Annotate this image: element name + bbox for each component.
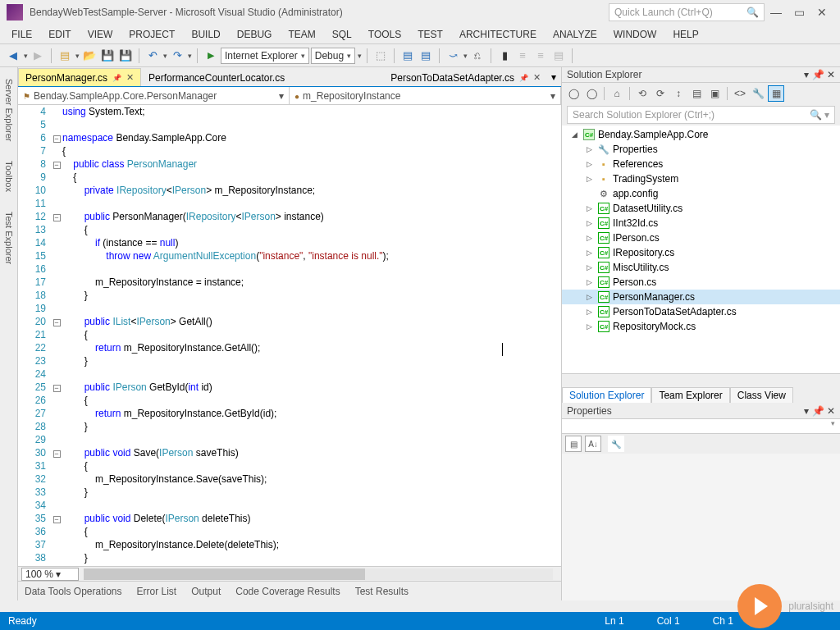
close-button[interactable]: ✕	[810, 6, 833, 19]
dropdown-icon[interactable]: ▾	[804, 405, 809, 417]
tool-tab-server-explorer[interactable]: Server Explorer	[2, 71, 16, 149]
right-tab-solution-explorer[interactable]: Solution Explorer	[562, 387, 651, 403]
menu-file[interactable]: FILE	[3, 27, 40, 42]
preview-icon[interactable]: ▣	[706, 85, 723, 102]
tree-node[interactable]: ▷C#PersonToDataSetAdapter.cs	[562, 304, 840, 319]
show-all-icon[interactable]: ▤	[688, 85, 705, 102]
save-button[interactable]: 💾	[99, 48, 116, 64]
pin-icon[interactable]: 📌	[112, 74, 121, 82]
tool-tab-test-explorer[interactable]: Test Explorer	[2, 203, 16, 272]
tree-node[interactable]: ▷C#RepositoryMock.cs	[562, 319, 840, 334]
pin-icon[interactable]: 📌	[519, 74, 528, 82]
menu-sql[interactable]: SQL	[324, 27, 360, 42]
fold-toggle[interactable]: −	[53, 516, 61, 523]
undo-button[interactable]: ↶	[144, 48, 161, 64]
tool-tab-toolbox[interactable]: Toolbox	[2, 153, 16, 200]
nav-back-button[interactable]: ◀	[5, 48, 21, 64]
output-tab-output[interactable]: Output	[191, 586, 221, 597]
fold-toggle[interactable]: −	[53, 135, 61, 143]
back-icon[interactable]: ◯	[565, 85, 582, 102]
view-code-icon[interactable]: ▦	[768, 85, 784, 102]
close-pane-icon[interactable]: ✕	[827, 69, 835, 80]
tree-node[interactable]: ▷🔧Properties	[562, 142, 840, 157]
scope-combo[interactable]: ⚑Benday.SampleApp.Core.PersonManager▾	[18, 87, 290, 104]
sync-icon[interactable]: ⟲	[634, 85, 651, 102]
tool-btn-2[interactable]: ▤	[399, 48, 416, 64]
menu-team[interactable]: TEAM	[280, 27, 323, 42]
right-tab-class-view[interactable]: Class View	[730, 387, 793, 403]
tabs-overflow-icon[interactable]: ▾	[551, 71, 556, 83]
redo-button[interactable]: ↷	[169, 48, 185, 64]
fold-toggle[interactable]: −	[53, 385, 61, 392]
tab-second[interactable]: PerformanceCounterLocator.cs	[141, 68, 292, 86]
fold-toggle[interactable]: −	[53, 450, 61, 458]
menu-build[interactable]: BUILD	[183, 27, 228, 42]
tree-node[interactable]: ▷C#IPerson.cs	[562, 231, 840, 245]
tree-node[interactable]: ◢C#Benday.SampleApp.Core	[562, 127, 840, 142]
tree-node[interactable]: ▷▪References	[562, 157, 840, 171]
close-tab-icon[interactable]: ✕	[126, 72, 134, 83]
prop-pages-button[interactable]: 🔧	[608, 436, 624, 452]
tree-node[interactable]: ▷C#DatasetUtility.cs	[562, 201, 840, 216]
output-tab-data-tools-operations[interactable]: Data Tools Operations	[25, 586, 122, 597]
tree-h-scrollbar[interactable]	[562, 373, 840, 386]
output-tab-code-coverage-results[interactable]: Code Coverage Results	[235, 586, 340, 597]
pin-icon[interactable]: 📌	[812, 405, 824, 417]
menu-analyze[interactable]: ANALYZE	[545, 27, 605, 42]
tool-btn-5[interactable]: ⎌	[469, 48, 486, 64]
output-tab-error-list[interactable]: Error List	[137, 586, 177, 597]
new-project-button[interactable]: ▤	[57, 48, 73, 64]
fold-toggle[interactable]: −	[53, 162, 61, 169]
code-editor[interactable]: 4567891011121314151617181920212223242526…	[18, 105, 561, 566]
properties-icon[interactable]: 🔧	[750, 85, 766, 102]
quick-launch-input[interactable]: Quick Launch (Ctrl+Q) 🔍	[609, 3, 765, 21]
categorized-button[interactable]: ▤	[565, 436, 582, 452]
tree-node[interactable]: ▷C#PersonManager.cs	[562, 290, 840, 304]
open-file-button[interactable]: 📂	[81, 48, 98, 64]
tab-active[interactable]: PersonManager.cs 📌 ✕	[18, 68, 141, 86]
tool-btn-3[interactable]: ▤	[418, 48, 434, 64]
menu-help[interactable]: HELP	[664, 27, 706, 42]
tree-node[interactable]: ▷C#MiscUtility.cs	[562, 260, 840, 275]
fold-toggle[interactable]: −	[53, 214, 61, 221]
code-icon[interactable]: <>	[732, 85, 748, 102]
minimize-button[interactable]: —	[765, 6, 788, 19]
nav-fwd-button[interactable]: ▶	[30, 48, 46, 64]
tree-node[interactable]: ▷▪TradingSystem	[562, 171, 840, 186]
save-all-button[interactable]: 💾	[117, 48, 134, 64]
solution-search-input[interactable]: Search Solution Explorer (Ctrl+;) 🔍 ▾	[567, 106, 835, 124]
tool-btn-9[interactable]: ▤	[550, 48, 567, 64]
home-icon[interactable]: ⌂	[609, 85, 625, 102]
pin-icon[interactable]: 📌	[812, 69, 824, 80]
tool-btn-8[interactable]: ≡	[532, 48, 549, 64]
tool-btn-4[interactable]: ⤻	[445, 48, 461, 64]
tool-btn-6[interactable]: ▮	[496, 48, 513, 64]
tool-btn-1[interactable]: ⬚	[372, 48, 389, 64]
h-scrollbar[interactable]	[84, 568, 553, 580]
restore-button[interactable]: ▭	[788, 6, 810, 19]
member-combo[interactable]: ●m_RepositoryInstance▾	[290, 87, 561, 104]
tree-node[interactable]: ▷C#IRepository.cs	[562, 245, 840, 260]
fwd-icon[interactable]: ◯	[583, 85, 600, 102]
menu-architecture[interactable]: ARCHITECTURE	[451, 27, 545, 42]
menu-project[interactable]: PROJECT	[121, 27, 183, 42]
dropdown-icon[interactable]: ▾	[804, 69, 809, 80]
tree-node[interactable]: ⚙app.config	[562, 186, 840, 201]
menu-debug[interactable]: DEBUG	[229, 27, 281, 42]
menu-test[interactable]: TEST	[409, 27, 451, 42]
tree-node[interactable]: ▷C#IInt32Id.cs	[562, 216, 840, 231]
output-tab-test-results[interactable]: Test Results	[355, 586, 409, 597]
collapse-icon[interactable]: ↕	[670, 85, 687, 102]
close-tab-icon[interactable]: ✕	[533, 72, 541, 83]
menu-edit[interactable]: EDIT	[40, 27, 79, 42]
start-debug-button[interactable]: ▶	[203, 48, 219, 64]
menu-view[interactable]: VIEW	[80, 27, 121, 42]
tab-right[interactable]: PersonToDataSetAdapter.cs 📌 ✕	[383, 68, 548, 86]
right-tab-team-explorer[interactable]: Team Explorer	[651, 387, 729, 403]
config-combo[interactable]: Debug ▾	[311, 48, 355, 64]
properties-object-combo[interactable]: ▾	[562, 419, 840, 434]
tool-btn-7[interactable]: ≡	[514, 48, 531, 64]
tree-node[interactable]: ▷C#Person.cs	[562, 275, 840, 290]
refresh-icon[interactable]: ⟳	[652, 85, 669, 102]
fold-toggle[interactable]: −	[53, 319, 61, 326]
